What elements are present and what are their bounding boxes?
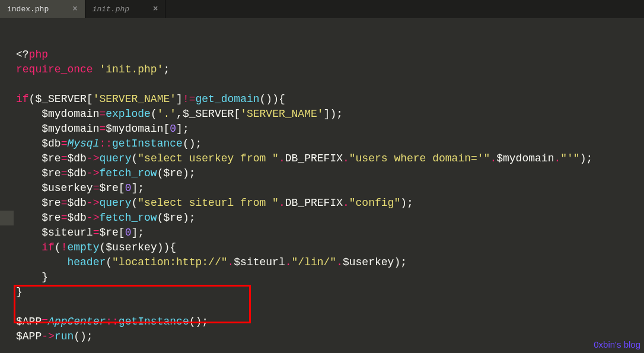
editor: <?phprequire_once 'init.php';if($_SERVER… — [0, 18, 644, 353]
code-line: $mydomain=explode('.',$_SERVER['SERVER_N… — [16, 107, 642, 122]
code-line: $re=$db->fetch_row($re); — [16, 166, 642, 181]
code-line: $mydomain=$mydomain[0]; — [16, 122, 642, 136]
gutter — [0, 18, 14, 353]
code-line: $APP=AppCenter::getInstance(); — [16, 314, 642, 329]
tab-label: index.php — [7, 5, 49, 14]
code-line: $re=$db->fetch_row($re); — [16, 211, 642, 225]
code-line: $siteurl=$re[0]; — [16, 225, 642, 240]
code-line: header("location:http://".$siteurl."/lin… — [16, 255, 642, 270]
code-line: if(!empty($userkey)){ — [16, 240, 642, 255]
tab-index-php[interactable]: index.php × — [0, 0, 85, 18]
code-line: require_once 'init.php'; — [16, 62, 642, 77]
code-area[interactable]: <?phprequire_once 'init.php';if($_SERVER… — [14, 18, 644, 353]
code-line: <?php — [16, 47, 642, 62]
code-line: } — [16, 270, 642, 285]
code-line: } — [16, 285, 642, 300]
close-icon[interactable]: × — [72, 4, 77, 14]
code-line — [16, 344, 642, 353]
code-line — [16, 77, 642, 92]
tab-label: init.php — [93, 5, 129, 14]
tab-init-php[interactable]: init.php × — [85, 0, 166, 18]
watermark: 0xbin's blog — [594, 337, 640, 352]
code-line: $db=Mysql::getInstance(); — [16, 136, 642, 151]
code-line — [16, 300, 642, 314]
code-line: if($_SERVER['SERVER_NAME']!=get_domain()… — [16, 92, 642, 107]
tab-bar: index.php × init.php × — [0, 0, 644, 18]
close-icon[interactable]: × — [153, 4, 158, 14]
code-line: $re=$db->query("select userkey from ".DB… — [16, 151, 642, 166]
code-line: $userkey=$re[0]; — [16, 181, 642, 196]
code-line: $APP->run(); — [16, 329, 642, 344]
code-line: $re=$db->query("select siteurl from ".DB… — [16, 196, 642, 211]
